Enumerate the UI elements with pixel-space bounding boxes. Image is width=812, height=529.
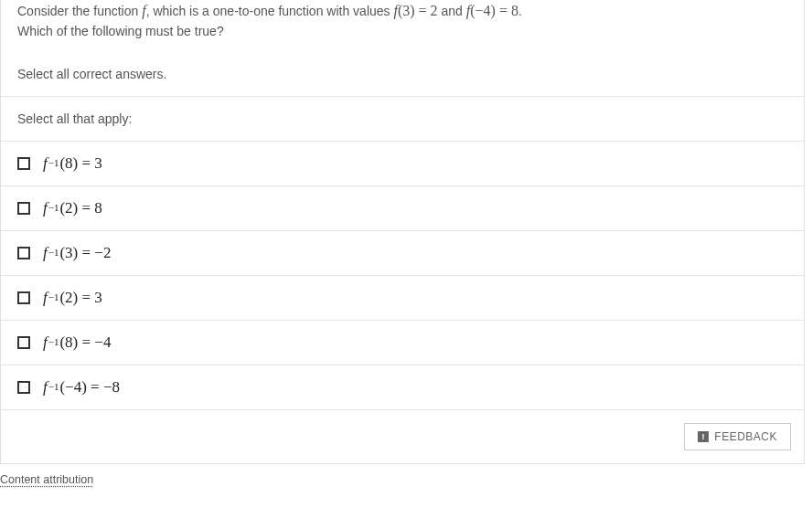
option-row-5[interactable]: f−1(−4) = −8 (1, 365, 804, 409)
option-row-4[interactable]: f−1(8) = −4 (1, 320, 804, 365)
checkbox-2[interactable] (17, 247, 30, 259)
option-math-2: f−1(3) = −2 (43, 244, 111, 262)
option-math-1: f−1(2) = 8 (43, 199, 102, 217)
option-row-1[interactable]: f−1(2) = 8 (1, 185, 804, 230)
question-line-2: Which of the following must be true? (17, 22, 787, 41)
option-math-4: f−1(8) = −4 (43, 333, 111, 352)
checkbox-3[interactable] (17, 291, 30, 304)
feedback-row: FEEDBACK (1, 409, 804, 464)
option-math-3: f−1(2) = 3 (43, 289, 102, 307)
option-row-3[interactable]: f−1(2) = 3 (1, 275, 804, 320)
question-container: Consider the function f, which is a one-… (0, 0, 805, 464)
content-attribution-link[interactable]: Content attribution (0, 464, 93, 486)
question-text-block: Consider the function f, which is a one-… (1, 0, 804, 54)
feedback-label: FEEDBACK (714, 430, 777, 443)
select-all-label: Select all that apply: (1, 96, 804, 141)
question-intro: Consider the function (17, 4, 142, 18)
question-mid1: , which is a one-to-one function with va… (146, 4, 394, 18)
question-line-1: Consider the function f, which is a one-… (17, 0, 787, 22)
option-row-2[interactable]: f−1(3) = −2 (1, 230, 804, 275)
question-period: . (518, 4, 522, 18)
checkbox-0[interactable] (17, 157, 30, 170)
feedback-button[interactable]: FEEDBACK (684, 423, 791, 450)
checkbox-5[interactable] (17, 381, 30, 394)
checkbox-4[interactable] (17, 336, 30, 349)
option-math-0: f−1(8) = 3 (43, 154, 102, 173)
question-mid2: and (438, 4, 466, 18)
option-row-0[interactable]: f−1(8) = 3 (1, 141, 804, 185)
question-eq2: f(−4) = 8 (466, 3, 518, 18)
option-math-5: f−1(−4) = −8 (43, 378, 120, 397)
checkbox-1[interactable] (17, 202, 30, 215)
flag-icon (698, 431, 709, 442)
select-instruction: Select all correct answers. (1, 54, 804, 96)
question-eq1: f(3) = 2 (393, 3, 437, 18)
